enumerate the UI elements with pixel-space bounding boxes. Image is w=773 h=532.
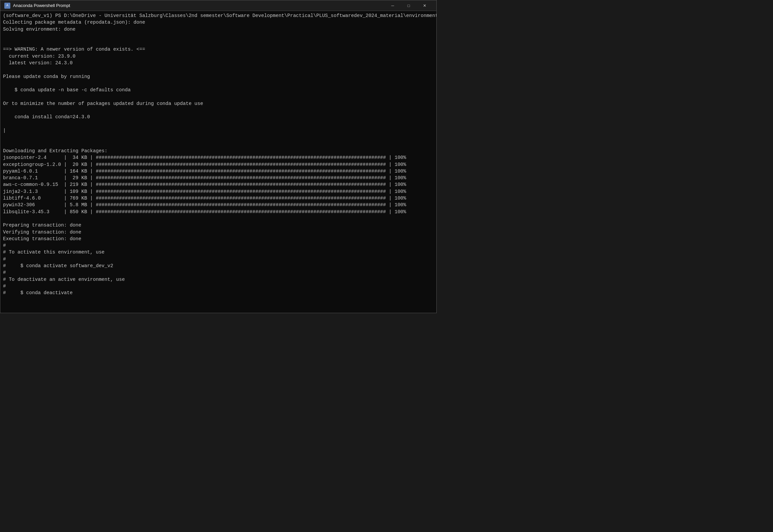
app-icon: A [4, 3, 10, 9]
terminal-output[interactable]: (software_dev_v1) PS D:\OneDrive - Unive… [0, 11, 436, 313]
prompt-line: (software_dev_v1) PS D:\OneDrive - Unive… [3, 13, 436, 18]
window-title: Anaconda Powershell Prompt [13, 3, 385, 8]
window-controls: ─ □ ✕ [385, 0, 432, 11]
maximize-button[interactable]: □ [401, 0, 416, 11]
close-button[interactable]: ✕ [417, 0, 432, 11]
title-bar: A Anaconda Powershell Prompt ─ □ ✕ [0, 0, 436, 11]
minimize-button[interactable]: ─ [385, 0, 400, 11]
terminal-window: A Anaconda Powershell Prompt ─ □ ✕ (soft… [0, 0, 437, 313]
